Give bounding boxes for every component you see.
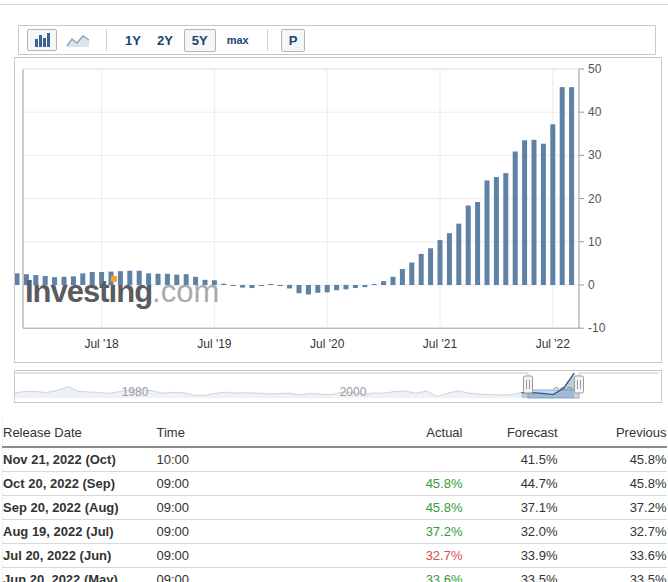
y-axis-label: 50 [588, 62, 602, 76]
release-date-cell: Sep 20, 2022 (Aug) [3, 496, 157, 520]
data-bar[interactable] [532, 140, 537, 285]
data-bar[interactable] [438, 240, 443, 285]
data-bar[interactable] [15, 273, 20, 285]
forecast-cell: 33.9% [463, 544, 558, 568]
data-bar[interactable] [513, 152, 518, 285]
data-bar[interactable] [344, 285, 349, 289]
y-axis-label: 20 [588, 192, 602, 206]
data-bar[interactable] [419, 254, 424, 285]
previous-cell: 45.8% [558, 472, 667, 496]
data-bar[interactable] [325, 285, 330, 292]
area-chart-icon [66, 31, 90, 49]
data-bar[interactable] [268, 284, 273, 285]
data-bar[interactable] [250, 285, 255, 288]
range-5y-button[interactable]: 5Y [184, 29, 216, 52]
actual-cell: 45.8% [307, 472, 463, 496]
data-bar[interactable] [466, 206, 471, 285]
data-bar[interactable] [560, 87, 565, 285]
toolbar-separator [106, 29, 107, 51]
y-axis-label: 0 [588, 278, 595, 292]
y-axis-label: -10 [588, 321, 606, 335]
y-axis-label: 10 [588, 235, 602, 249]
range-max-button[interactable]: max [222, 31, 254, 49]
forecast-cell: 41.5% [463, 447, 558, 472]
data-bar[interactable] [287, 285, 292, 288]
table-header-row: Release Date Time Actual Forecast Previo… [3, 419, 667, 447]
data-bar[interactable] [278, 285, 283, 286]
col-time: Time [157, 419, 307, 447]
release-date-cell: Oct 20, 2022 (Sep) [3, 472, 157, 496]
col-actual: Actual [307, 419, 463, 447]
area-chart-type-button[interactable] [63, 29, 93, 51]
release-row: Jul 20, 2022 (Jun)09:0032.7%33.9%33.6% [3, 544, 667, 568]
data-bar[interactable] [297, 285, 302, 293]
data-bar[interactable] [231, 285, 236, 286]
data-bar[interactable] [569, 87, 574, 285]
release-row: Aug 19, 2022 (Jul)09:0037.2%32.0%32.7% [3, 520, 667, 544]
data-bar[interactable] [447, 233, 452, 285]
previous-cell: 32.7% [558, 520, 667, 544]
release-date-cell: Jul 20, 2022 (Jun) [3, 544, 157, 568]
range-2y-button[interactable]: 2Y [152, 30, 178, 51]
data-bar[interactable] [306, 285, 311, 295]
release-row: Sep 20, 2022 (Aug)09:0045.8%37.1%37.2% [3, 496, 667, 520]
releases-table: Release Date Time Actual Forecast Previo… [2, 419, 667, 582]
release-date-cell: Aug 19, 2022 (Jul) [3, 520, 157, 544]
data-bar[interactable] [503, 173, 508, 285]
data-bar[interactable] [409, 263, 414, 285]
forecast-cell: 44.7% [463, 472, 558, 496]
time-cell: 09:00 [157, 472, 307, 496]
data-bar[interactable] [494, 177, 499, 285]
chart-container: 50403020100-10Jul '18Jul '19Jul '20Jul '… [14, 57, 662, 363]
data-bar[interactable] [221, 284, 226, 285]
data-bar[interactable] [541, 144, 546, 285]
time-cell: 09:00 [157, 520, 307, 544]
orange-dot-icon [111, 276, 117, 282]
actual-cell: 37.2% [307, 520, 463, 544]
release-row: Jun 20, 2022 (May)09:0033.6%33.5%33.5% [3, 568, 667, 582]
bar-chart-icon [35, 33, 50, 47]
data-bar[interactable] [381, 281, 386, 285]
data-bar[interactable] [259, 285, 264, 286]
watermark-tld: .com [152, 274, 219, 309]
ppi-yoy-bar-chart[interactable]: 50403020100-10Jul '18Jul '19Jul '20Jul '… [15, 58, 661, 360]
investing-watermark: Investıng.com [25, 274, 219, 310]
navigator-year-label: 2000 [340, 385, 367, 399]
col-release-date: Release Date [3, 419, 157, 447]
watermark-brand-part2: ng [116, 274, 152, 309]
toolbar-separator [267, 29, 268, 51]
data-bar[interactable] [334, 285, 339, 290]
time-cell: 09:00 [157, 496, 307, 520]
data-bar[interactable] [362, 285, 367, 287]
data-bar[interactable] [428, 248, 433, 285]
data-bar[interactable] [240, 285, 245, 288]
data-bar[interactable] [475, 202, 480, 285]
release-date-cell: Jun 20, 2022 (May) [3, 568, 157, 582]
data-bar[interactable] [522, 140, 527, 285]
bar-chart-type-button[interactable] [27, 29, 57, 51]
percent-mode-button[interactable]: P [281, 29, 306, 52]
data-bar[interactable] [353, 285, 358, 288]
left-drag-handle[interactable] [524, 376, 533, 393]
data-bar[interactable] [391, 277, 396, 285]
time-cell: 09:00 [157, 568, 307, 582]
data-bar[interactable] [456, 224, 461, 285]
data-bar[interactable] [400, 269, 405, 285]
navigator-minichart[interactable]: 198020002020 [15, 371, 659, 400]
data-bar[interactable] [372, 284, 377, 285]
navigator-series-line [15, 373, 574, 396]
range-navigator[interactable]: 198020002020 [14, 370, 662, 403]
right-drag-handle[interactable] [575, 376, 584, 393]
time-cell: 10:00 [157, 447, 307, 472]
forecast-cell: 33.5% [463, 568, 558, 582]
watermark-i: ı [109, 274, 117, 310]
x-axis-label: Jul '21 [423, 337, 458, 351]
x-axis-label: Jul '22 [536, 337, 571, 351]
data-bar[interactable] [550, 124, 555, 285]
release-date-cell: Nov 21, 2022 (Oct) [3, 447, 157, 472]
data-bar[interactable] [315, 285, 320, 293]
forecast-cell: 37.1% [463, 496, 558, 520]
data-bar[interactable] [485, 180, 490, 285]
range-1y-button[interactable]: 1Y [120, 30, 146, 51]
chart-toolbar: 1Y 2Y 5Y max P [18, 25, 656, 55]
